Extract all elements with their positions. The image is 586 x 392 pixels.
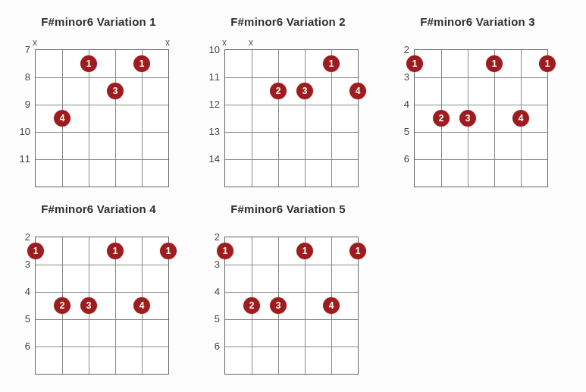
finger-dot: 1 — [107, 243, 124, 259]
finger-dot: 3 — [459, 110, 476, 127]
finger-dot: 1 — [217, 243, 233, 259]
chord-diagram-body: xx10111213141234 — [205, 39, 371, 187]
finger-dot: 2 — [54, 297, 71, 314]
fret-area: 10111213141234 — [205, 49, 371, 187]
mute-row: xx — [224, 39, 357, 49]
fret-label: 12 — [205, 90, 224, 118]
fret-area: 23456111234 — [205, 237, 371, 375]
finger-dot: 4 — [512, 110, 529, 127]
chord-diagram: F#minor6 Variation 423456111234 — [15, 202, 182, 375]
chord-diagram-body: 23456111234 — [394, 39, 561, 187]
finger-dot: 1 — [323, 55, 340, 72]
finger-dot: 4 — [133, 297, 150, 314]
fret-label: 6 — [15, 332, 35, 359]
mute-row — [414, 39, 547, 49]
chord-diagram-body: 23456111234 — [205, 226, 371, 375]
fret-label: 11 — [205, 63, 224, 90]
fret-area: 78910111134 — [15, 49, 182, 187]
fret-label: 5 — [15, 305, 35, 332]
fret-label: 14 — [205, 145, 224, 172]
finger-dot: 2 — [243, 297, 260, 314]
fret-label: 7 — [15, 36, 35, 63]
fret-label: 9 — [15, 90, 35, 118]
chord-diagram: F#minor6 Variation 1xx78910111134 — [15, 15, 182, 187]
finger-dot: 2 — [433, 110, 450, 127]
fret-label: 10 — [205, 36, 224, 63]
chord-title: F#minor6 Variation 3 — [394, 15, 561, 28]
fret-area: 23456111234 — [15, 237, 182, 375]
finger-dot: 1 — [296, 243, 313, 259]
finger-dot: 1 — [539, 55, 556, 72]
chord-diagram: F#minor6 Variation 323456111234 — [394, 15, 561, 187]
finger-dot: 1 — [27, 243, 44, 259]
finger-dot: 3 — [80, 297, 97, 314]
fret-label: 8 — [15, 63, 35, 90]
finger-dot: 4 — [323, 297, 340, 314]
fretboard: 111234 — [35, 237, 169, 375]
fret-label: 6 — [205, 332, 224, 359]
finger-dot: 1 — [406, 55, 423, 72]
finger-dot: 3 — [270, 297, 287, 314]
fret-area: 23456111234 — [394, 49, 561, 187]
finger-dot: 1 — [80, 55, 97, 72]
fret-label: 13 — [205, 118, 224, 145]
finger-dot: 4 — [54, 110, 71, 127]
fret-label: 5 — [394, 118, 414, 145]
finger-dot: 3 — [296, 83, 313, 99]
fretboard: 1134 — [35, 49, 169, 187]
fretboard: 111234 — [224, 237, 359, 375]
fret-labels: 1011121314 — [205, 49, 224, 187]
finger-dot: 4 — [349, 83, 366, 99]
fret-label: 4 — [205, 278, 224, 305]
finger-dot: 1 — [486, 55, 503, 72]
fret-labels: 7891011 — [15, 49, 35, 187]
fret-label: 4 — [394, 90, 414, 118]
chord-title: F#minor6 Variation 2 — [205, 15, 371, 28]
chord-diagram-body: xx78910111134 — [15, 39, 182, 187]
chord-title: F#minor6 Variation 4 — [15, 202, 182, 215]
chord-diagram-body: 23456111234 — [15, 226, 182, 375]
fret-label: 5 — [205, 305, 224, 332]
chord-title: F#minor6 Variation 5 — [205, 202, 371, 215]
mute-row: xx — [35, 39, 168, 49]
finger-dot: 1 — [133, 55, 150, 72]
finger-dot: 1 — [349, 243, 366, 259]
fret-label: 6 — [394, 145, 414, 172]
chord-grid: F#minor6 Variation 1xx78910111134F#minor… — [15, 15, 571, 375]
chord-title: F#minor6 Variation 1 — [15, 15, 182, 28]
fretboard: 1234 — [224, 49, 359, 187]
finger-dot: 1 — [160, 243, 177, 259]
chord-diagram: F#minor6 Variation 523456111234 — [205, 202, 371, 375]
mute-marker: x — [165, 37, 170, 48]
mute-row — [35, 226, 168, 237]
chord-diagram: F#minor6 Variation 2xx10111213141234 — [205, 15, 371, 187]
mute-row — [224, 226, 357, 237]
mute-marker: x — [249, 37, 253, 48]
fret-label: 4 — [15, 278, 35, 305]
fretboard: 111234 — [414, 49, 548, 187]
finger-dot: 2 — [270, 83, 287, 99]
fret-label: 10 — [15, 118, 35, 145]
finger-dot: 3 — [107, 83, 124, 99]
fret-label: 11 — [15, 145, 35, 172]
